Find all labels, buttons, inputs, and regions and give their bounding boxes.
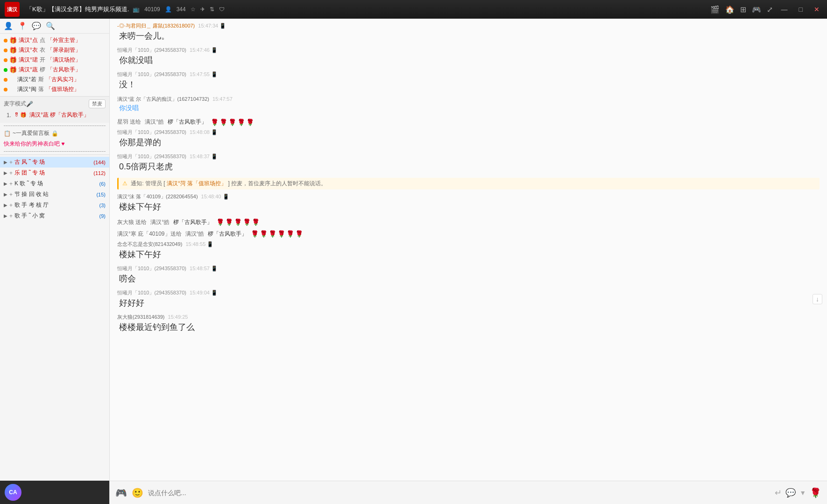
chat-icon[interactable]: 💬 (32, 21, 41, 30)
add-icon[interactable]: + (9, 202, 13, 209)
device-icon: 📱 (207, 241, 213, 247)
star-icon[interactable]: ☆ (191, 6, 196, 13)
lock-icon: 🔒 (51, 130, 58, 137)
expand-icon: ▶ (4, 170, 7, 175)
add-icon[interactable]: + (9, 191, 13, 198)
bulletin-icon: 📋 (4, 130, 11, 137)
home-button[interactable]: 🏠 (725, 5, 735, 14)
expand-icon: ▶ (4, 192, 7, 197)
expand-icon: ▶ (4, 181, 7, 186)
grid-button[interactable]: ⊞ (740, 5, 746, 14)
user-icon: 👤 (165, 6, 172, 13)
message-item: 满汉°沫 落「40109」(2282064554) 15:48:40 📱 楼妹下… (117, 193, 820, 213)
sidebar-icon-bar: 👤 📍 💬 🔍 (0, 19, 109, 34)
message-item: 灰大狼(2931814639) 15:49:25 楼楼最近钓到鱼了么 (117, 314, 820, 333)
online-user-item[interactable]: 🎁 满汉°衣 衣 「屏录副管」 (0, 45, 109, 55)
face-button[interactable]: 🙂 (132, 487, 143, 498)
scroll-down-button[interactable]: ↓ (813, 294, 822, 304)
message-item: 恒曦月「1010」(2943558370) 15:48:37 📱 0.5倍两只老… (117, 153, 820, 173)
mic-user-icons: 🎖 🎁 (14, 112, 27, 118)
search-icon[interactable]: 🔍 (46, 21, 55, 30)
add-icon[interactable]: + (9, 213, 13, 219)
topbar-right: 🎬 🏠 ⊞ 🎮 ⤢ — □ ✕ (710, 5, 822, 14)
gift-message: 满汉°寒 庇「40109」送给 满汉°皓 椤「古风歌手」 🌹🌹🌹🌹🌹🌹 (117, 229, 820, 239)
rank-icon: 🎖 (14, 112, 19, 118)
add-icon[interactable]: + (9, 170, 13, 176)
game-button[interactable]: 🎮 (752, 5, 761, 14)
msg-text: 你就没唱 (117, 55, 820, 66)
add-icon[interactable]: + (9, 181, 13, 187)
online-user-item[interactable]: 🎁 满汉°点 点 「外宣主管」 (0, 35, 109, 45)
device-icon: 📱 (211, 71, 218, 77)
channel-item-kge[interactable]: ▶ + K 歌 ˜ 专 场 (6) (0, 178, 109, 189)
chat-input-bar: 🎮 🙂 ↵ 💬 ▼ 🌹 (110, 481, 827, 504)
msg-text: 没！ (117, 79, 820, 91)
chat-input[interactable] (148, 489, 770, 497)
channel-item-yuetuan[interactable]: ▶ + 乐 团 ˜ 专 场 (112) (0, 168, 109, 178)
gift-icon: 🎁 (9, 47, 17, 54)
device-icon: 📱 (211, 266, 218, 271)
expand-button[interactable]: ⤢ (767, 5, 773, 14)
message-item: 恒曦月「1010」(2943558370) 15:49:04 📱 好好好 (117, 289, 820, 309)
view-count: 40109 (144, 6, 160, 13)
device-icon: 📱 (219, 23, 226, 28)
msg-meta: 恒曦月「1010」(2943558370) 15:48:37 📱 (117, 153, 820, 160)
notice-message: ⚠ 通知: 管理员 [ 满汉°菏 落「值班场控」 ] 控麦，首位麦序上的人暂时不… (117, 178, 820, 189)
msg-text: 0.5倍两只老虎 (117, 161, 820, 173)
topbar: 满汉 「K歌」【满汉全席】纯男声娱乐频道. 📺 40109 👤 344 ☆ ✈ … (0, 0, 827, 19)
mute-button[interactable]: 禁麦 (89, 99, 106, 108)
channel-item-xiaowo[interactable]: ▶ + 歌 手 ˜ 小 窝 (9) (0, 210, 109, 221)
msg-text: 楼楼最近钓到鱼了么 (117, 322, 820, 333)
gift-icon: 🎁 (9, 66, 17, 73)
maximize-button[interactable]: □ (796, 6, 806, 13)
online-user-item[interactable]: 满汉°若 斯 「古风实习」 (0, 75, 109, 84)
shield-icon: 🛡 (219, 6, 225, 13)
msg-meta: 灰大狼(2931814639) 15:49:25 (117, 314, 820, 321)
msg-meta: 满汉°沫 落「40109」(2282064554) 15:48:40 📱 (117, 193, 820, 200)
minimize-button[interactable]: — (778, 6, 791, 13)
msg-text: 唠会 (117, 273, 820, 285)
more-send-icon[interactable]: 💬 (785, 488, 796, 498)
bulletin-board: 📋 ~一真爱留言板 🔒 (0, 128, 109, 139)
gift-message: 星羽 送给 满汉°皓 椤「古风歌手」 🌹🌹🌹🌹🌹 (117, 117, 820, 127)
expand-icon: ▶ (4, 160, 7, 165)
profile-icon[interactable]: 👤 (4, 21, 13, 30)
channel-item-jiecao[interactable]: ▶ + 节 操 回 收 站 (15) (0, 189, 109, 200)
mic-header: 麦字模式 🎤 禁麦 (4, 99, 106, 108)
device-icon: 📱 (211, 47, 218, 53)
chat-area: -◎·与君同归＿ 露鼠(1832618007) 15:47:34 📱 来唠一会儿… (110, 19, 827, 504)
emoji-button[interactable]: 🎮 (115, 487, 127, 498)
message-item: 满汉°蓝 尔「古风的痴汉」(1627104732) 15:47:57 你没唱 (117, 96, 820, 113)
message-item: -◎·与君同归＿ 露鼠(1832618007) 15:47:34 📱 来唠一会儿… (117, 22, 820, 42)
enter-icon[interactable]: ↵ (775, 488, 782, 498)
video-button[interactable]: 🎬 (710, 5, 720, 14)
location-icon[interactable]: 📍 (18, 21, 27, 30)
online-user-item[interactable]: 满汉°闽 落 「值班场控」 (0, 84, 109, 94)
message-item: 恒曦月「1010」(2943558370) 15:47:55 📱 没！ (117, 71, 820, 91)
online-user-list: 🎁 满汉°点 点 「外宣主管」 🎁 满汉°衣 衣 「屏录副管」 🎁 满汉°珺 开… (0, 34, 109, 96)
channel-divider-area: 📋 ~一真爱留言板 🔒 快来给你的男神表白吧 ♥ (0, 123, 109, 154)
msg-meta: -◎·与君同归＿ 露鼠(1832618007) 15:47:34 📱 (117, 22, 820, 29)
sidebar: 👤 📍 💬 🔍 🎁 满汉°点 点 「外宣主管」 🎁 满汉°衣 衣 「屏录副管」 (0, 19, 110, 504)
gift-message: 灰大狼 送给 满汉°皓 椤「古风歌手」 🌹🌹🌹🌹🌹 (117, 217, 820, 227)
chat-messages: -◎·与君同归＿ 露鼠(1832618007) 15:47:34 📱 来唠一会儿… (110, 19, 827, 481)
message-item: 恒曦月「1010」(2943558370) 15:47:46 📱 你就没唱 (117, 47, 820, 66)
add-icon[interactable]: + (9, 159, 13, 166)
rose-send-icon[interactable]: 🌹 (810, 487, 821, 498)
bulletin-text: 快来给你的男神表白吧 ♥ (0, 139, 109, 149)
mic-mode-icon: 🎤 (26, 101, 33, 107)
online-user-item[interactable]: 🎁 满汉°珺 开 「满汉场控」 (0, 55, 109, 65)
app-logo: 满汉 (5, 2, 20, 17)
message-item: 恒曦月「1010」(2943558370) 15:48:57 📱 唠会 (117, 265, 820, 285)
channel-item-kaoheting[interactable]: ▶ + 歌 手 考 核 厅 (3) (0, 200, 109, 210)
message-item: 念念不忘是念安(821432049) 15:48:55 📱 楼妹下午好 (117, 241, 820, 260)
channel-item-gufeng[interactable]: ▶ + 古 风 ˜ 专 场 (144) (0, 157, 109, 168)
device-icon: 📱 (211, 290, 218, 295)
close-button[interactable]: ✕ (811, 6, 822, 13)
share-icon[interactable]: ⇅ (210, 6, 214, 13)
msg-meta: 满汉°蓝 尔「古风的痴汉」(1627104732) 15:47:57 (117, 96, 820, 103)
user-count: 344 (177, 6, 186, 13)
online-user-item[interactable]: 🎁 满汉°蔬 椤 「古风歌手」 (0, 65, 109, 75)
plane-icon[interactable]: ✈ (200, 6, 205, 13)
send-dropdown-icon[interactable]: ▼ (799, 489, 806, 497)
